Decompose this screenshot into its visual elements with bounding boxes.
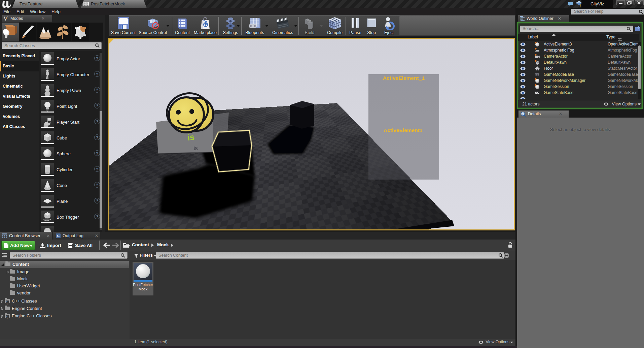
svg-text:is: is	[187, 132, 195, 142]
svg-text:is: is	[193, 145, 198, 152]
svg-text:ActiveElement_1: ActiveElement_1	[383, 75, 425, 81]
svg-text:ActiveElement1: ActiveElement1	[384, 127, 423, 133]
